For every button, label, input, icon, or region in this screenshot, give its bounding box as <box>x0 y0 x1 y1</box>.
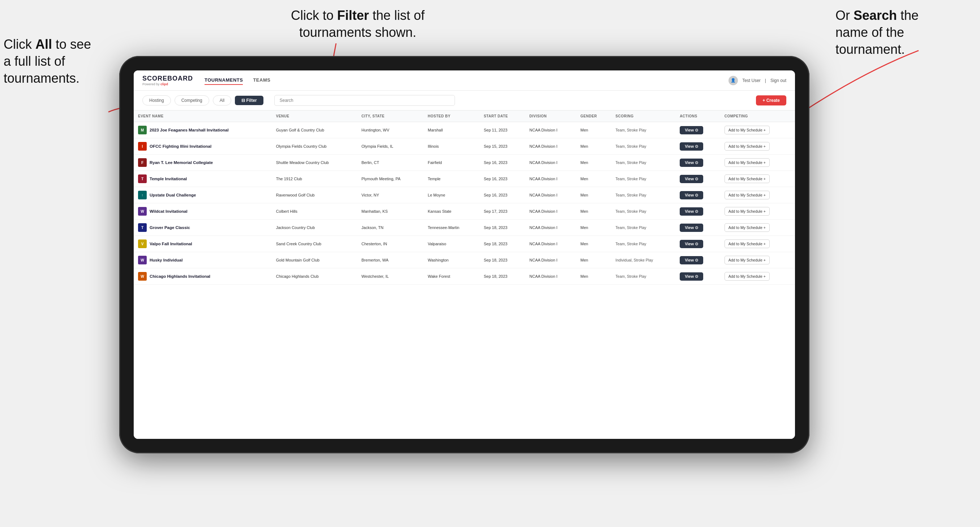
cell-division: NCAA Division I <box>525 138 576 155</box>
cell-actions: View ⊙ <box>675 268 720 285</box>
table-row: ↑ Upstate Dual Challenge Ravenwood Golf … <box>134 187 795 203</box>
view-button[interactable]: View ⊙ <box>680 240 703 248</box>
view-button[interactable]: View ⊙ <box>680 272 703 281</box>
view-button[interactable]: View ⊙ <box>680 191 703 199</box>
cell-hosted-by: Temple <box>423 171 479 187</box>
team-logo: I <box>138 142 147 151</box>
logo-powered: Powered by clipd <box>142 83 193 86</box>
cell-competing: Add to My Schedule + <box>720 122 795 138</box>
table-row: T Grover Page Classic Jackson Country Cl… <box>134 220 795 236</box>
add-to-schedule-button[interactable]: Add to My Schedule + <box>724 158 770 167</box>
add-to-schedule-button[interactable]: Add to My Schedule + <box>724 223 770 232</box>
cell-actions: View ⊙ <box>675 138 720 155</box>
add-to-schedule-button[interactable]: Add to My Schedule + <box>724 207 770 216</box>
cell-hosted-by: Kansas State <box>423 203 479 220</box>
cell-venue: Ravenwood Golf Club <box>272 187 357 203</box>
annotation-search: Or Search thename of thetournament. <box>835 7 973 58</box>
col-competing: COMPETING <box>720 111 795 122</box>
cell-start-date: Sep 18, 2023 <box>479 268 525 285</box>
cell-city-state: Huntington, WV <box>357 122 423 138</box>
cell-scoring: Team, Stroke Play <box>611 171 675 187</box>
cell-gender: Men <box>576 236 611 252</box>
cell-hosted-by: Fairfield <box>423 155 479 171</box>
cell-event-name: W Husky Individual <box>134 252 272 268</box>
event-name: 2023 Joe Feaganes Marshall Invitational <box>150 128 229 132</box>
cell-hosted-by: Washington <box>423 252 479 268</box>
cell-hosted-by: Marshall <box>423 122 479 138</box>
cell-gender: Men <box>576 138 611 155</box>
team-logo: W <box>138 256 147 264</box>
cell-scoring: Team, Stroke Play <box>611 268 675 285</box>
cell-gender: Men <box>576 268 611 285</box>
annotation-all: Click All to seea full list oftournament… <box>3 36 119 87</box>
cell-start-date: Sep 16, 2023 <box>479 171 525 187</box>
cell-event-name: T Temple Invitational <box>134 171 272 187</box>
cell-start-date: Sep 16, 2023 <box>479 155 525 171</box>
cell-venue: Sand Creek Country Club <box>272 236 357 252</box>
cell-event-name: I OFCC Fighting Illini Invitational <box>134 138 272 155</box>
cell-division: NCAA Division I <box>525 171 576 187</box>
competing-tab[interactable]: Competing <box>175 95 209 105</box>
sign-out-link[interactable]: Sign out <box>770 78 786 83</box>
cell-scoring: Team, Stroke Play <box>611 220 675 236</box>
add-to-schedule-button[interactable]: Add to My Schedule + <box>724 191 770 199</box>
cell-venue: Gold Mountain Golf Club <box>272 252 357 268</box>
cell-start-date: Sep 18, 2023 <box>479 220 525 236</box>
view-button[interactable]: View ⊙ <box>680 175 703 183</box>
cell-scoring: Individual, Stroke Play <box>611 252 675 268</box>
cell-actions: View ⊙ <box>675 203 720 220</box>
cell-scoring: Team, Stroke Play <box>611 187 675 203</box>
search-input[interactable] <box>274 95 455 106</box>
user-avatar: 👤 <box>729 76 738 85</box>
cell-competing: Add to My Schedule + <box>720 203 795 220</box>
event-name: Husky Individual <box>150 258 183 262</box>
view-button[interactable]: View ⊙ <box>680 142 703 151</box>
team-logo: M <box>138 126 147 134</box>
col-division: DIVISION <box>525 111 576 122</box>
cell-competing: Add to My Schedule + <box>720 187 795 203</box>
add-to-schedule-button[interactable]: Add to My Schedule + <box>724 272 770 281</box>
view-button[interactable]: View ⊙ <box>680 224 703 232</box>
view-button[interactable]: View ⊙ <box>680 207 703 216</box>
event-name: OFCC Fighting Illini Invitational <box>150 144 212 148</box>
cell-division: NCAA Division I <box>525 268 576 285</box>
view-button[interactable]: View ⊙ <box>680 159 703 167</box>
cell-gender: Men <box>576 171 611 187</box>
table-row: W Chicago Highlands Invitational Chicago… <box>134 268 795 285</box>
nav-tab-tournaments[interactable]: TOURNAMENTS <box>205 76 243 85</box>
hosting-tab[interactable]: Hosting <box>142 95 171 105</box>
cell-actions: View ⊙ <box>675 122 720 138</box>
cell-event-name: F Ryan T. Lee Memorial Collegiate <box>134 155 272 171</box>
cell-city-state: Westchester, IL <box>357 268 423 285</box>
cell-competing: Add to My Schedule + <box>720 252 795 268</box>
cell-competing: Add to My Schedule + <box>720 220 795 236</box>
view-button[interactable]: View ⊙ <box>680 126 703 134</box>
add-to-schedule-button[interactable]: Add to My Schedule + <box>724 142 770 151</box>
col-city-state: CITY, STATE <box>357 111 423 122</box>
add-to-schedule-button[interactable]: Add to My Schedule + <box>724 256 770 264</box>
cell-start-date: Sep 17, 2023 <box>479 203 525 220</box>
cell-event-name: V Valpo Fall Invitational <box>134 236 272 252</box>
view-button[interactable]: View ⊙ <box>680 256 703 264</box>
cell-city-state: Chesterton, IN <box>357 236 423 252</box>
cell-event-name: T Grover Page Classic <box>134 220 272 236</box>
cell-hosted-by: Wake Forest <box>423 268 479 285</box>
cell-division: NCAA Division I <box>525 252 576 268</box>
add-to-schedule-button[interactable]: Add to My Schedule + <box>724 126 770 134</box>
team-logo: ↑ <box>138 191 147 199</box>
cell-city-state: Plymouth Meeting, PA <box>357 171 423 187</box>
filter-button[interactable]: ⊟ Filter <box>235 96 263 105</box>
add-to-schedule-button[interactable]: Add to My Schedule + <box>724 175 770 183</box>
add-to-schedule-button[interactable]: Add to My Schedule + <box>724 240 770 248</box>
cell-gender: Men <box>576 252 611 268</box>
create-button[interactable]: + Create <box>756 95 786 105</box>
table-row: V Valpo Fall Invitational Sand Creek Cou… <box>134 236 795 252</box>
nav-tab-teams[interactable]: TEAMS <box>253 76 270 85</box>
team-logo: F <box>138 158 147 167</box>
cell-division: NCAA Division I <box>525 220 576 236</box>
team-logo: W <box>138 207 147 216</box>
team-logo: T <box>138 175 147 183</box>
user-name: Test User <box>742 78 760 83</box>
all-tab[interactable]: All <box>213 95 231 105</box>
cell-start-date: Sep 18, 2023 <box>479 252 525 268</box>
